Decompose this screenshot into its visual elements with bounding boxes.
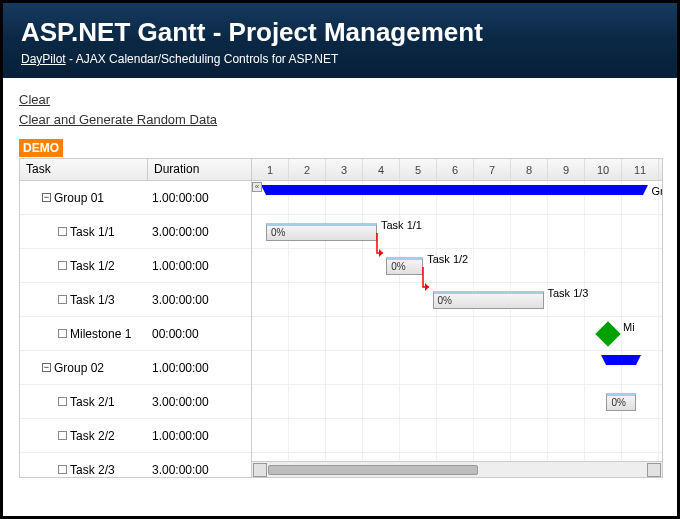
duration-label: 1.00:00:00 xyxy=(148,429,251,443)
task-name-label: Group 01 xyxy=(54,191,104,205)
horizontal-scrollbar[interactable] xyxy=(252,461,662,477)
gantt-row[interactable] xyxy=(252,419,662,453)
task-name-cell: Task 1/1 xyxy=(20,225,148,239)
task-bar[interactable]: 0% xyxy=(433,291,544,309)
task-icon xyxy=(58,465,67,474)
task-name-label: Group 02 xyxy=(54,361,104,375)
demo-badge: DEMO xyxy=(19,139,63,157)
time-cell[interactable]: 5 xyxy=(400,159,437,180)
task-name-label: Task 2/1 xyxy=(70,395,115,409)
bar-label: Task 1/2 xyxy=(427,253,468,265)
timeline-pane: 1234567891011 Grou0%Task 1/10%Task 1/20%… xyxy=(252,159,662,477)
task-name-label: Task 1/3 xyxy=(70,293,115,307)
time-cell[interactable]: 9 xyxy=(548,159,585,180)
scroll-thumb[interactable] xyxy=(268,465,478,475)
gantt-row[interactable]: 0%Task 1/1 xyxy=(252,215,662,249)
duration-label: 00:00:00 xyxy=(148,327,251,341)
task-name-cell: Task 2/3 xyxy=(20,463,148,477)
group-bar[interactable] xyxy=(266,185,643,195)
task-row[interactable]: Task 1/21.00:00:00 xyxy=(20,249,251,283)
bar-label: Task 1/1 xyxy=(381,219,422,231)
scroll-arrow-right-icon[interactable] xyxy=(647,463,661,477)
collapse-icon[interactable] xyxy=(42,193,51,202)
task-name-label: Task 2/2 xyxy=(70,429,115,443)
gantt-row[interactable]: Mi xyxy=(252,317,662,351)
duration-label: 1.00:00:00 xyxy=(148,259,251,273)
bar-label: Task 1/3 xyxy=(548,287,589,299)
gantt-row[interactable] xyxy=(252,351,662,385)
milestone-diamond[interactable] xyxy=(595,321,620,346)
task-row[interactable]: Task 2/33.00:00:00 xyxy=(20,453,251,477)
gantt-row[interactable]: 0%Task 1/3 xyxy=(252,283,662,317)
time-cell[interactable]: 11 xyxy=(622,159,659,180)
scroll-left-icon[interactable]: « xyxy=(252,182,262,192)
task-icon xyxy=(58,431,67,440)
task-row[interactable]: Group 011.00:00:00 xyxy=(20,181,251,215)
time-cell[interactable]: 10 xyxy=(585,159,622,180)
task-name-label: Task 2/3 xyxy=(70,463,115,477)
task-icon xyxy=(58,227,67,236)
collapse-icon[interactable] xyxy=(42,363,51,372)
duration-label: 3.00:00:00 xyxy=(148,395,251,409)
duration-label: 1.00:00:00 xyxy=(148,361,251,375)
task-icon xyxy=(58,295,67,304)
task-row[interactable]: Milestone 100:00:00 xyxy=(20,317,251,351)
task-row[interactable]: Task 1/13.00:00:00 xyxy=(20,215,251,249)
gantt-chart: Task Duration Group 011.00:00:00Task 1/1… xyxy=(19,158,663,478)
time-cell[interactable]: 8 xyxy=(511,159,548,180)
task-icon xyxy=(58,329,67,338)
group-bar[interactable] xyxy=(606,355,636,365)
generate-link[interactable]: Clear and Generate Random Data xyxy=(19,110,661,130)
task-name-cell: Task 1/2 xyxy=(20,259,148,273)
task-name-cell: Task 2/2 xyxy=(20,429,148,443)
dependency-link xyxy=(375,233,395,266)
task-row[interactable]: Group 021.00:00:00 xyxy=(20,351,251,385)
task-icon xyxy=(58,397,67,406)
gantt-row[interactable]: Grou xyxy=(252,181,662,215)
time-cell[interactable]: 3 xyxy=(326,159,363,180)
gantt-row[interactable]: 0%Task 1/2 xyxy=(252,249,662,283)
gantt-row[interactable]: 0% xyxy=(252,385,662,419)
time-cell[interactable]: 7 xyxy=(474,159,511,180)
task-row[interactable]: Task 2/21.00:00:00 xyxy=(20,419,251,453)
task-bar[interactable]: 0% xyxy=(266,223,377,241)
task-name-label: Milestone 1 xyxy=(70,327,131,341)
column-header-duration[interactable]: Duration xyxy=(148,159,251,180)
task-bar[interactable]: 0% xyxy=(606,393,636,411)
time-cell[interactable]: 4 xyxy=(363,159,400,180)
product-link[interactable]: DayPilot xyxy=(21,52,66,66)
task-row[interactable]: Task 1/33.00:00:00 xyxy=(20,283,251,317)
time-cell[interactable]: 1 xyxy=(252,159,289,180)
task-list-pane: Task Duration Group 011.00:00:00Task 1/1… xyxy=(20,159,252,477)
scroll-arrow-left-icon[interactable] xyxy=(253,463,267,477)
duration-label: 1.00:00:00 xyxy=(148,191,251,205)
bar-label: Mi xyxy=(623,321,635,333)
task-name-label: Task 1/1 xyxy=(70,225,115,239)
task-icon xyxy=(58,261,67,270)
time-cell[interactable]: 2 xyxy=(289,159,326,180)
clear-link[interactable]: Clear xyxy=(19,90,661,110)
task-name-label: Task 1/2 xyxy=(70,259,115,273)
column-header-task[interactable]: Task xyxy=(20,159,148,180)
bar-label: Grou xyxy=(651,185,662,197)
dependency-link xyxy=(421,267,441,300)
task-name-cell: Group 01 xyxy=(20,191,148,205)
page-subtitle: DayPilot - AJAX Calendar/Scheduling Cont… xyxy=(21,52,659,66)
task-name-cell: Task 1/3 xyxy=(20,293,148,307)
duration-label: 3.00:00:00 xyxy=(148,293,251,307)
page-title: ASP.NET Gantt - Project Management xyxy=(21,17,659,48)
task-row[interactable]: Task 2/13.00:00:00 xyxy=(20,385,251,419)
duration-label: 3.00:00:00 xyxy=(148,225,251,239)
task-name-cell: Task 2/1 xyxy=(20,395,148,409)
page-header: ASP.NET Gantt - Project Management DayPi… xyxy=(3,3,677,78)
time-cell[interactable]: 6 xyxy=(437,159,474,180)
duration-label: 3.00:00:00 xyxy=(148,463,251,477)
task-name-cell: Group 02 xyxy=(20,361,148,375)
task-name-cell: Milestone 1 xyxy=(20,327,148,341)
